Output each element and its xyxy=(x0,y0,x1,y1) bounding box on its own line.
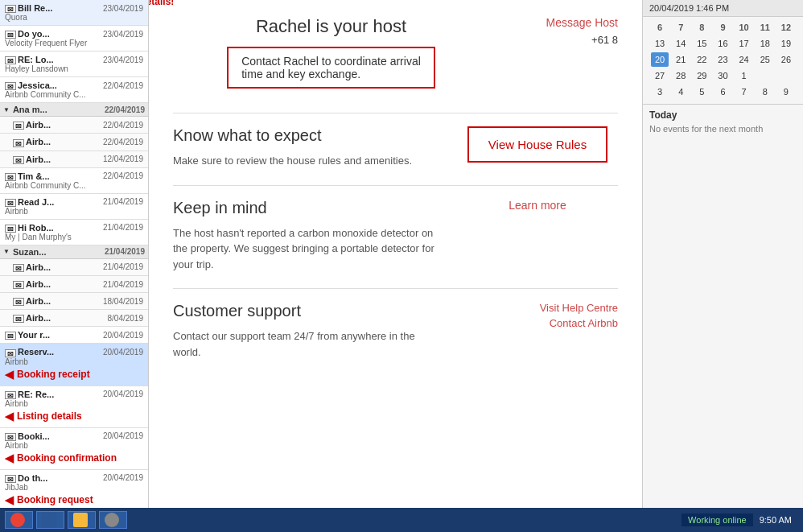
email-envelope-icon-2: ✉ xyxy=(5,56,16,64)
email-item-15[interactable]: ✉Airb... 8/04/2019 xyxy=(0,310,148,327)
email-row-0: ✉Bill Re... 23/04/2019 xyxy=(5,3,143,13)
taskbar-start[interactable] xyxy=(5,511,33,529)
email-row-5: ✉Airb... 22/04/2019 xyxy=(13,120,143,130)
cal-week-4: 3 4 5 6 7 8 9 xyxy=(649,85,797,99)
folder-item-11[interactable]: ▼ Suzan... 21/04/2019 xyxy=(0,245,148,259)
folder-label: Ana m... xyxy=(13,105,47,114)
calendar-header: 20/04/2019 1:46 PM xyxy=(643,0,803,17)
email-envelope-icon-3: ✉ xyxy=(5,82,16,90)
cal-no-events: No events for the next month xyxy=(643,122,803,140)
folder-icon xyxy=(73,513,88,527)
host-title: Rachel is your host xyxy=(205,16,457,37)
email-date-1: 23/04/2019 xyxy=(103,30,143,39)
host-section: Rachel is your host Contact Rachel to co… xyxy=(173,16,618,97)
email-item-13[interactable]: ✉Airb... 21/04/2019 xyxy=(0,276,148,293)
email-item-1[interactable]: ✉Do yo... 23/04/2019 Velocity Frequent F… xyxy=(0,26,148,52)
email-date-7: 12/04/2019 xyxy=(103,155,143,163)
email-row-2: ✉RE: Lo... 23/04/2019 xyxy=(5,55,143,64)
email-item-16[interactable]: ✉Your r... 20/04/2019 xyxy=(0,327,148,344)
learn-more-link[interactable]: Learn more xyxy=(509,199,566,212)
email-envelope-icon-12: ✉ xyxy=(13,264,24,272)
email-envelope-icon-10: ✉ xyxy=(5,225,16,233)
email-sender-0: ✉Bill Re... xyxy=(5,3,52,13)
mind-section: Keep in mind The host hasn't reported a … xyxy=(173,199,618,273)
know-section: Know what to expect Make sure to review … xyxy=(173,126,618,169)
taskbar-word[interactable] xyxy=(36,511,64,529)
email-item-3[interactable]: ✉Jessica... 22/04/2019 Airbnb Community … xyxy=(0,77,148,103)
contact-box: Contact Rachel to coordinate arrival tim… xyxy=(227,47,435,89)
email-sender-8: ✉Tim &... xyxy=(5,171,50,181)
calendar-grid: 6 7 8 9 10 11 12 13 14 15 16 17 18 19 20… xyxy=(643,17,803,104)
email-from-0: Quora xyxy=(5,13,143,22)
folder-item-4[interactable]: ▼ Ana m... 22/04/2019 xyxy=(0,103,148,117)
email-date-8: 22/04/2019 xyxy=(103,171,143,180)
email-row-9: ✉Read J... 21/04/2019 xyxy=(5,197,143,207)
email-date-5: 22/04/2019 xyxy=(103,121,143,130)
folder-label: Suzan... xyxy=(13,247,47,257)
email-item-20[interactable]: ✉Do th... 20/04/2019 JibJab Booking requ… xyxy=(0,470,148,512)
visit-help-link[interactable]: Visit Help Centre xyxy=(540,302,618,314)
email-date-2: 23/04/2019 xyxy=(103,56,143,64)
email-sender-1: ✉Do yo... xyxy=(5,29,50,39)
email-from-8: Airbnb Community C... xyxy=(5,181,143,190)
email-row-8: ✉Tim &... 22/04/2019 xyxy=(5,171,143,181)
email-item-6[interactable]: ✉Airb... 22/04/2019 xyxy=(0,134,148,151)
email-envelope-icon-9: ✉ xyxy=(5,199,16,207)
email-item-10[interactable]: ✉Hi Rob... 21/04/2019 My | Dan Murphy's xyxy=(0,220,148,245)
email-sender-12: ✉Airb... xyxy=(13,262,51,272)
contact-airbnb-link[interactable]: Contact Airbnb xyxy=(550,317,618,329)
email-envelope-icon-14: ✉ xyxy=(13,298,24,306)
email-row-18: ✉RE: Re... 20/04/2019 xyxy=(5,390,143,399)
email-item-0[interactable]: ✉Bill Re... 23/04/2019 Quora xyxy=(0,0,148,26)
email-row-12: ✉Airb... 21/04/2019 xyxy=(13,262,143,272)
email-from-9: Airbnb xyxy=(5,207,143,216)
email-item-5[interactable]: ✉Airb... 22/04/2019 xyxy=(0,117,148,134)
email-item-9[interactable]: ✉Read J... 21/04/2019 Airbnb xyxy=(0,194,148,220)
folder-date: 21/04/2019 xyxy=(105,247,145,256)
email-item-18[interactable]: ✉RE: Re... 20/04/2019 Airbnb Listing det… xyxy=(0,386,148,428)
email-from-2: Hayley Lansdown xyxy=(5,64,143,73)
email-envelope-icon-20: ✉ xyxy=(5,475,16,483)
email-from-19: Airbnb xyxy=(5,441,143,450)
email-envelope-icon-7: ✉ xyxy=(13,156,24,164)
folder-date: 22/04/2019 xyxy=(105,105,145,114)
taskbar-time: 9:50 AM xyxy=(753,513,798,526)
email-envelope-icon-5: ✉ xyxy=(13,122,24,130)
email-item-19[interactable]: ✉Booki... 20/04/2019 Airbnb Booking conf… xyxy=(0,428,148,470)
view-house-rules-button[interactable]: View House Rules xyxy=(467,126,607,163)
contact-line2: time and key exchange. xyxy=(241,68,360,80)
email-envelope-icon-16: ✉ xyxy=(5,332,16,340)
email-date-13: 21/04/2019 xyxy=(103,280,143,289)
message-host-link[interactable]: Message Host xyxy=(546,16,618,29)
email-item-17[interactable]: ✉Reserv... 20/04/2019 Airbnb Booking rec… xyxy=(0,344,148,386)
phone-text: +61 8 xyxy=(457,34,618,46)
email-list[interactable]: ✉Bill Re... 23/04/2019 Quora ✉Do yo... 2… xyxy=(0,0,148,532)
email-date-16: 20/04/2019 xyxy=(103,331,143,340)
email-row-16: ✉Your r... 20/04/2019 xyxy=(5,330,143,340)
email-item-7[interactable]: ✉Airb... 12/04/2019 xyxy=(0,151,148,168)
email-item-14[interactable]: ✉Airb... 18/04/2019 xyxy=(0,293,148,310)
email-envelope-icon-8: ✉ xyxy=(5,173,16,181)
main-scroll[interactable]: Rachel is your host Contact Rachel to co… xyxy=(149,0,642,532)
taskbar-folder[interactable] xyxy=(68,511,96,529)
email-date-0: 23/04/2019 xyxy=(103,4,143,13)
folder-triangle: ▼ xyxy=(3,106,10,113)
email-date-14: 18/04/2019 xyxy=(103,297,143,306)
settings-icon xyxy=(105,513,119,527)
email-item-8[interactable]: ✉Tim &... 22/04/2019 Airbnb Community C.… xyxy=(0,168,148,194)
email-item-12[interactable]: ✉Airb... 21/04/2019 xyxy=(0,259,148,276)
email-sender-20: ✉Do th... xyxy=(5,473,47,483)
email-row-10: ✉Hi Rob... 21/04/2019 xyxy=(5,223,143,233)
email-item-2[interactable]: ✉RE: Lo... 23/04/2019 Hayley Lansdown xyxy=(0,52,148,77)
right-panel-calendar: 20/04/2019 1:46 PM 6 7 8 9 10 11 12 13 1… xyxy=(642,0,803,532)
email-row-14: ✉Airb... 18/04/2019 xyxy=(13,296,143,306)
email-envelope-icon-6: ✉ xyxy=(13,139,24,147)
email-sender-3: ✉Jessica... xyxy=(5,80,57,90)
taskbar-settings[interactable] xyxy=(99,511,127,529)
taskbar: Working online 9:50 AM xyxy=(0,508,803,532)
arrow-label-20: Booking request xyxy=(5,493,143,506)
support-section: Customer support Contact our support tea… xyxy=(173,302,618,360)
support-title: Customer support xyxy=(173,302,441,320)
contact-line1: Contact Rachel to coordinate arrival xyxy=(241,55,421,68)
email-envelope-icon-13: ✉ xyxy=(13,281,24,289)
